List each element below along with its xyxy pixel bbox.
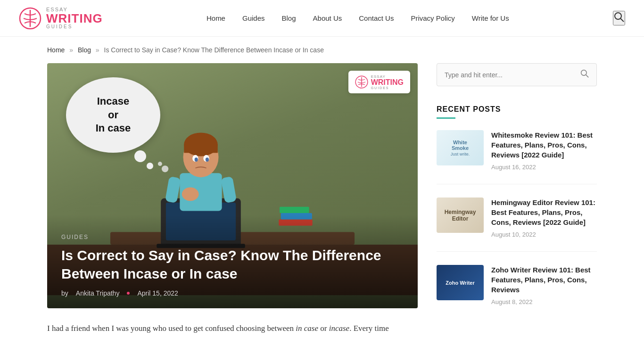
post-title-link-3[interactable]: Zoho Writer Review 101: Best Features, P… [491, 265, 597, 295]
search-box[interactable] [437, 63, 597, 86]
post-thumb-1: WhiteSmokeJust write. [437, 130, 484, 165]
svg-point-24 [162, 165, 168, 172]
article-intro: I had a friend when I was young who used… [47, 308, 418, 349]
site-logo[interactable]: ESSAY WRITING GUIDES [19, 7, 103, 30]
hero-author: Ankita Tripathy [76, 289, 120, 297]
svg-point-25 [158, 162, 162, 166]
post-content-3: Zoho Writer Review 101: Best Features, P… [491, 265, 597, 305]
search-icon [614, 12, 624, 22]
recent-posts-section: RECENT POSTS WhiteSmokeJust write. White… [437, 105, 597, 319]
nav-blog[interactable]: Blog [282, 14, 296, 22]
hero-overlay: GUIDES Is Correct to Say in Case? Know T… [47, 215, 418, 308]
nav-write[interactable]: Write for Us [472, 14, 509, 22]
post-date-3: August 8, 2022 [491, 298, 597, 305]
post-thumb-3: Zoho Writer [437, 265, 484, 300]
post-content-2: Hemingway Editor Review 101: Best Featur… [491, 197, 597, 238]
svg-line-2 [621, 19, 624, 22]
logo-icon [19, 7, 41, 30]
post-title-link-1[interactable]: Whitesmoke Review 101: Best Features, Pl… [491, 130, 597, 160]
thumb-label-1: WhiteSmokeJust write. [451, 140, 470, 156]
post-title-link-2[interactable]: Hemingway Editor Review 101: Best Featur… [491, 197, 597, 227]
recent-post-item: WhiteSmokeJust write. Whitesmoke Review … [437, 130, 597, 184]
thumb-label-2: HemingwayEditor [445, 209, 476, 222]
nav-home[interactable]: Home [206, 14, 225, 22]
svg-rect-18 [184, 144, 217, 153]
recent-post-item: Zoho Writer Zoho Writer Review 101: Best… [437, 265, 597, 319]
thumb-label-3: Zoho Writer [446, 280, 475, 286]
nav-about[interactable]: About Us [313, 14, 342, 22]
svg-point-1 [615, 13, 621, 19]
site-header: ESSAY WRITING GUIDES Home Guides Blog Ab… [0, 0, 644, 37]
svg-point-23 [182, 188, 199, 201]
breadcrumb-blog[interactable]: Blog [78, 46, 91, 54]
article-area: Incase or In case ESSAY WRITING GUIDES [47, 63, 418, 349]
breadcrumb-sep-1: » [69, 46, 73, 54]
search-input[interactable] [445, 71, 580, 79]
breadcrumb: Home » Blog » Is Correct to Say in Case?… [0, 37, 644, 63]
sidebar: RECENT POSTS WhiteSmokeJust write. White… [437, 63, 597, 349]
svg-point-21 [195, 157, 198, 162]
post-content-1: Whitesmoke Review 101: Best Features, Pl… [491, 130, 597, 171]
main-nav: Home Guides Blog About Us Contact Us Pri… [206, 14, 509, 22]
hero-date: April 15, 2022 [137, 289, 178, 297]
post-thumb-2: HemingwayEditor [437, 197, 484, 233]
hero-title: Is Correct to Say in Case? Know The Diff… [61, 246, 404, 283]
breadcrumb-home[interactable]: Home [47, 46, 65, 54]
recent-posts-title: RECENT POSTS [437, 105, 597, 114]
search-icon [580, 69, 589, 78]
svg-line-27 [586, 75, 588, 77]
header-search-button[interactable] [613, 11, 625, 25]
logo-writing: WRITING [46, 12, 103, 25]
breadcrumb-sep-2: » [96, 46, 99, 54]
search-button[interactable] [580, 69, 589, 80]
logo-guides: GUIDES [46, 25, 103, 29]
svg-point-22 [206, 157, 209, 162]
recent-post-item: HemingwayEditor Hemingway Editor Review … [437, 197, 597, 252]
breadcrumb-current: Is Correct to Say in Case? Know The Diff… [104, 46, 324, 54]
meta-dot [127, 292, 130, 295]
nav-privacy[interactable]: Privacy Policy [411, 14, 454, 22]
main-layout: Incase or In case ESSAY WRITING GUIDES [0, 63, 644, 362]
hero-meta: by Ankita Tripathy April 15, 2022 [61, 289, 404, 297]
svg-point-26 [581, 70, 586, 75]
svg-rect-8 [280, 207, 309, 213]
post-date-2: August 10, 2022 [491, 231, 597, 238]
intro-text: I had a friend when I was young who used… [47, 324, 389, 333]
hero-category: GUIDES [61, 234, 404, 240]
post-date-1: August 16, 2022 [491, 164, 597, 171]
recent-posts-divider [437, 117, 455, 119]
nav-contact[interactable]: Contact Us [359, 14, 394, 22]
nav-guides[interactable]: Guides [242, 14, 265, 22]
hero-by: by [61, 289, 68, 297]
hero-image: Incase or In case ESSAY WRITING GUIDES [47, 63, 418, 308]
